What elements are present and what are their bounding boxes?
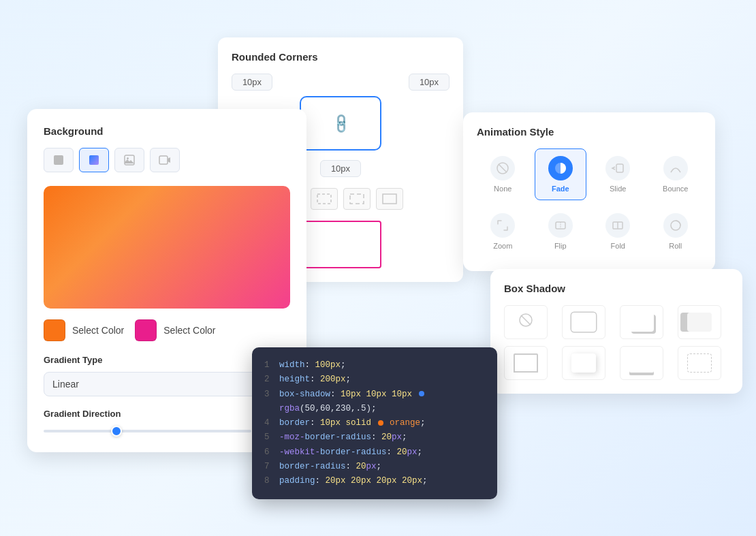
corner-b-input[interactable] [320, 160, 361, 177]
shadow-outline-option[interactable] [562, 305, 605, 339]
shadow-none-icon [516, 313, 535, 332]
code-line-6: 6 -webkit-border-radius: 20px; [264, 445, 485, 460]
shadow-soft-preview [571, 353, 596, 373]
shadow-soft-option[interactable] [562, 346, 605, 380]
bg-gradient-btn[interactable] [79, 148, 109, 172]
anim-fade-icon [548, 156, 573, 180]
bg-type-row [44, 148, 290, 172]
box-shadow-panel: Box Shadow [490, 269, 742, 394]
shadow-rb-preview [629, 313, 654, 332]
color-selector-1[interactable]: Select Color [44, 319, 124, 341]
anim-slide-label: Slide [610, 185, 626, 193]
anim-none[interactable]: None [477, 148, 529, 200]
color-swatch-orange [44, 319, 65, 341]
anim-flip-label: Flip [554, 242, 567, 250]
svg-point-7 [127, 157, 129, 159]
anim-zoom-label: Zoom [493, 242, 512, 250]
animation-style-title: Animation Style [477, 126, 702, 138]
svg-rect-4 [54, 155, 63, 165]
anim-flip[interactable]: Flip [535, 206, 587, 257]
svg-rect-1 [317, 194, 331, 204]
color-label-1: Select Color [72, 325, 124, 336]
svg-line-10 [499, 164, 507, 172]
link-icon: 🔗 [329, 112, 353, 136]
anim-flip-icon [548, 213, 573, 238]
anim-zoom[interactable]: Zoom [477, 206, 529, 257]
color-swatch-pink [135, 319, 157, 341]
border-opt-3[interactable] [343, 188, 371, 210]
gradient-direction-slider[interactable] [44, 430, 251, 432]
bg-image-btn[interactable] [114, 148, 144, 172]
shadow-corner-preview [687, 353, 712, 373]
color-selectors: Select Color Select Color [44, 319, 290, 341]
svg-rect-5 [89, 155, 99, 165]
pink-border-preview [300, 221, 381, 268]
gradient-preview [44, 186, 290, 309]
anim-bounce-label: Bounce [663, 185, 688, 193]
svg-rect-3 [383, 194, 396, 204]
anim-roll-icon [663, 213, 688, 238]
box-shadow-title: Box Shadow [504, 283, 729, 294]
animation-style-panel: Animation Style None Fade Slide [463, 112, 715, 271]
slider-thumb [111, 426, 122, 437]
anim-bounce[interactable]: Bounce [650, 148, 702, 200]
corner-tr-input[interactable] [409, 74, 450, 91]
color-selector-2[interactable]: Select Color [135, 319, 215, 341]
code-line-5: 5 -moz-border-radius: 20px; [264, 430, 485, 445]
bg-solid-btn[interactable] [44, 148, 74, 172]
color-label-2: Select Color [163, 325, 215, 336]
shadow-bottom-option[interactable] [620, 346, 663, 380]
shadow-none-option[interactable] [504, 305, 548, 339]
code-line-4: 4 border: 10px solid orange; [264, 416, 485, 430]
anim-zoom-icon [490, 213, 515, 238]
corner-tl-input[interactable] [232, 74, 272, 91]
bg-video-btn[interactable] [150, 148, 180, 172]
background-title: Background [44, 125, 290, 137]
code-line-2: 2 height: 200px; [264, 373, 485, 387]
anim-none-label: None [494, 185, 511, 193]
code-tooltip: 1 width: 100px; 2 height: 200px; 3 box-s… [252, 347, 497, 499]
shadow-left-option[interactable] [678, 305, 721, 339]
anim-none-icon [490, 156, 515, 180]
svg-line-18 [521, 315, 531, 325]
anim-slide-icon [605, 156, 630, 180]
shadow-top-preview [514, 353, 538, 373]
anim-fold-label: Fold [611, 242, 625, 250]
anim-roll-label: Roll [669, 242, 682, 250]
shadow-options-grid [504, 305, 729, 380]
svg-rect-12 [616, 164, 623, 172]
shadow-bottom-preview [629, 353, 654, 373]
border-opt-2[interactable] [311, 188, 338, 210]
corner-box-preview: 🔗 [300, 96, 381, 151]
anim-fade-label: Fade [552, 185, 569, 193]
svg-rect-8 [159, 156, 168, 164]
code-line-8: 8 padding: 20px 20px 20px 20px; [264, 474, 485, 488]
svg-rect-2 [350, 194, 364, 204]
anim-bounce-icon [663, 156, 688, 180]
shadow-top-option[interactable] [504, 346, 548, 380]
shadow-left-preview [687, 313, 712, 332]
shadow-outline-preview [571, 313, 596, 332]
shadow-rb-option[interactable] [620, 305, 663, 339]
anim-fold-icon [605, 213, 630, 238]
animation-grid: None Fade Slide Bounce Z [477, 148, 702, 257]
shadow-corner-option[interactable] [678, 346, 721, 380]
border-opt-4[interactable] [376, 188, 403, 210]
anim-roll[interactable]: Roll [650, 206, 702, 257]
anim-fade[interactable]: Fade [535, 148, 587, 200]
rounded-corners-title: Rounded Corners [232, 51, 450, 63]
code-line-1: 1 width: 100px; [264, 358, 485, 373]
code-line-3: 3 box-shadow: 10px 10px 10px rgba(50,60,… [264, 388, 485, 417]
anim-fold[interactable]: Fold [592, 206, 644, 257]
code-line-7: 7 border-radius: 20px; [264, 460, 485, 474]
anim-slide[interactable]: Slide [592, 148, 644, 200]
